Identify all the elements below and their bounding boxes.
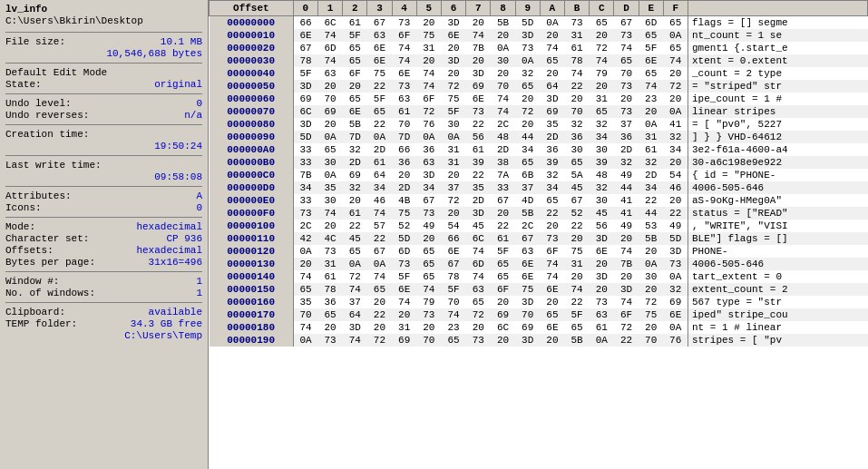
hex-byte[interactable]: 33 bbox=[293, 194, 317, 207]
hex-byte[interactable]: 64 bbox=[540, 80, 564, 93]
hex-byte[interactable]: 67 bbox=[515, 232, 540, 245]
hex-byte[interactable]: 74 bbox=[466, 245, 491, 258]
hex-byte[interactable]: 6F bbox=[491, 283, 515, 296]
hex-byte[interactable]: 0A bbox=[663, 29, 688, 42]
hex-byte[interactable]: 74 bbox=[392, 296, 416, 308]
hex-byte[interactable]: 20 bbox=[416, 321, 441, 334]
hex-byte[interactable]: 30 bbox=[491, 54, 515, 67]
hex-byte[interactable]: 20 bbox=[540, 29, 564, 42]
hex-byte[interactable]: 2C bbox=[293, 220, 317, 232]
hex-byte[interactable]: 70 bbox=[317, 93, 342, 105]
hex-byte[interactable]: 69 bbox=[491, 308, 515, 321]
hex-byte[interactable]: 45 bbox=[564, 181, 589, 194]
hex-byte[interactable]: 69 bbox=[293, 93, 317, 105]
hex-byte[interactable]: 61 bbox=[590, 321, 614, 334]
hex-byte[interactable]: 2D bbox=[614, 143, 639, 156]
hex-byte[interactable]: 2D bbox=[491, 143, 515, 156]
hex-byte[interactable]: 61 bbox=[392, 105, 416, 118]
hex-byte[interactable]: 20 bbox=[441, 42, 465, 54]
hex-byte[interactable]: 49 bbox=[614, 220, 639, 232]
hex-byte[interactable]: 6B bbox=[515, 169, 540, 181]
hex-byte[interactable]: 78 bbox=[293, 54, 317, 67]
hex-byte[interactable]: 20 bbox=[590, 80, 614, 93]
hex-byte[interactable]: 78 bbox=[564, 54, 589, 67]
hex-byte[interactable]: 20 bbox=[416, 16, 441, 30]
hex-byte[interactable]: 69 bbox=[343, 169, 367, 181]
hex-byte[interactable]: 74 bbox=[317, 207, 342, 220]
hex-byte[interactable]: 70 bbox=[441, 296, 465, 308]
hex-byte[interactable]: 65 bbox=[317, 308, 342, 321]
hex-byte[interactable]: 0A bbox=[663, 321, 688, 334]
hex-byte[interactable]: 73 bbox=[416, 207, 441, 220]
hex-byte[interactable]: 0A bbox=[367, 131, 392, 143]
hex-byte[interactable]: 30 bbox=[564, 143, 589, 156]
hex-byte[interactable]: 6F bbox=[392, 29, 416, 42]
hex-byte[interactable]: 20 bbox=[564, 93, 589, 105]
hex-byte[interactable]: 76 bbox=[416, 118, 441, 131]
hex-byte[interactable]: 6F bbox=[540, 245, 564, 258]
hex-byte[interactable]: 5F bbox=[293, 67, 317, 80]
hex-byte[interactable]: 65 bbox=[367, 283, 392, 296]
hex-byte[interactable]: 20 bbox=[540, 296, 564, 308]
hex-byte[interactable]: 79 bbox=[416, 296, 441, 308]
hex-byte[interactable]: 34 bbox=[639, 181, 663, 194]
hex-byte[interactable]: 20 bbox=[639, 105, 663, 118]
hex-byte[interactable]: 67 bbox=[367, 16, 392, 30]
hex-byte[interactable]: 20 bbox=[590, 283, 614, 296]
hex-byte[interactable]: 46 bbox=[367, 194, 392, 207]
hex-byte[interactable]: 37 bbox=[343, 296, 367, 308]
hex-byte[interactable]: 72 bbox=[663, 80, 688, 93]
hex-byte[interactable]: 6D bbox=[639, 16, 663, 30]
hex-byte[interactable]: 70 bbox=[614, 67, 639, 80]
hex-byte[interactable]: 79 bbox=[590, 67, 614, 80]
hex-byte[interactable]: 5D bbox=[663, 232, 688, 245]
hex-byte[interactable]: 66 bbox=[293, 16, 317, 30]
hex-byte[interactable]: 66 bbox=[392, 143, 416, 156]
hex-byte[interactable]: 48 bbox=[590, 169, 614, 181]
hex-byte[interactable]: 73 bbox=[614, 29, 639, 42]
hex-byte[interactable]: 32 bbox=[639, 156, 663, 169]
hex-byte[interactable]: 65 bbox=[466, 296, 491, 308]
hex-byte[interactable]: 45 bbox=[466, 220, 491, 232]
hex-byte[interactable]: 20 bbox=[564, 270, 589, 283]
hex-byte[interactable]: 0A bbox=[663, 270, 688, 283]
hex-byte[interactable]: 37 bbox=[614, 118, 639, 131]
hex-byte[interactable]: 70 bbox=[392, 118, 416, 131]
hex-byte[interactable]: 0A bbox=[441, 131, 465, 143]
hex-byte[interactable]: 36 bbox=[614, 131, 639, 143]
hex-byte[interactable]: 35 bbox=[317, 181, 342, 194]
hex-byte[interactable]: 3D bbox=[441, 54, 465, 67]
hex-byte[interactable]: 65 bbox=[663, 42, 688, 54]
hex-byte[interactable]: 70 bbox=[515, 308, 540, 321]
hex-byte[interactable]: 23 bbox=[441, 321, 465, 334]
hex-byte[interactable]: 34 bbox=[416, 181, 441, 194]
hex-byte[interactable]: 31 bbox=[317, 258, 342, 270]
hex-byte[interactable]: 22 bbox=[491, 220, 515, 232]
hex-byte[interactable]: 73 bbox=[416, 308, 441, 321]
hex-byte[interactable]: 44 bbox=[515, 131, 540, 143]
hex-byte[interactable]: 6F bbox=[343, 67, 367, 80]
hex-byte[interactable]: 74 bbox=[564, 67, 589, 80]
hex-byte[interactable]: 31 bbox=[441, 143, 465, 156]
hex-byte[interactable]: 30 bbox=[639, 270, 663, 283]
hex-byte[interactable]: 61 bbox=[466, 143, 491, 156]
hex-byte[interactable]: 48 bbox=[491, 131, 515, 143]
hex-byte[interactable]: 20 bbox=[663, 156, 688, 169]
hex-byte[interactable]: 6D bbox=[392, 245, 416, 258]
hex-byte[interactable]: 5B bbox=[343, 118, 367, 131]
hex-byte[interactable]: 73 bbox=[317, 245, 342, 258]
hex-byte[interactable]: 6E bbox=[540, 283, 564, 296]
hex-byte[interactable]: 64 bbox=[343, 308, 367, 321]
hex-byte[interactable]: 2D bbox=[540, 131, 564, 143]
hex-byte[interactable]: 20 bbox=[466, 321, 491, 334]
hex-byte[interactable]: 2D bbox=[343, 156, 367, 169]
hex-byte[interactable]: 20 bbox=[663, 67, 688, 80]
hex-byte[interactable]: 22 bbox=[367, 118, 392, 131]
hex-byte[interactable]: 6E bbox=[663, 308, 688, 321]
hex-byte[interactable]: 20 bbox=[491, 296, 515, 308]
hex-byte[interactable]: 34 bbox=[663, 143, 688, 156]
hex-byte[interactable]: 67 bbox=[441, 258, 465, 270]
hex-byte[interactable]: 22 bbox=[564, 80, 589, 93]
hex-byte[interactable]: 35 bbox=[540, 118, 564, 131]
hex-byte[interactable]: 20 bbox=[293, 258, 317, 270]
